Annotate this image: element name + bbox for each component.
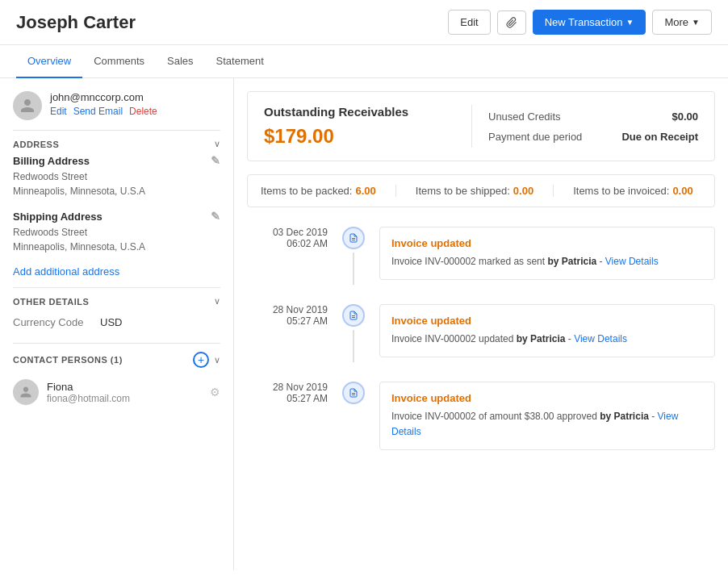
billing-address-block: Billing Address ✎ Redwoods Street Minnea… <box>13 154 220 198</box>
timeline-connector-1 <box>353 253 354 285</box>
timeline-time-1: 06:02 AM <box>247 238 328 249</box>
page-title: Joseph Carter <box>16 12 448 33</box>
timeline-line-2 <box>341 304 366 362</box>
shipping-address-label: Shipping Address ✎ <box>13 210 220 223</box>
timeline-time-3: 05:27 AM <box>247 393 328 404</box>
unused-credits-value: $0.00 <box>672 111 698 123</box>
profile-row: john@mnccorp.com Edit Send Email Delete <box>13 91 220 120</box>
timeline-card-title-1: Invoice updated <box>391 237 703 249</box>
timeline-card-text-3: Invoice INV-000002 of amount $38.00 appr… <box>391 409 703 440</box>
receivables-right: Unused Credits $0.00 Payment due period … <box>488 105 698 148</box>
items-divider-2 <box>553 185 554 197</box>
receivables-title: Outstanding Receivables <box>264 105 455 119</box>
paperclip-icon <box>506 17 517 28</box>
view-details-link-2[interactable]: View Details <box>574 333 627 344</box>
invoice-icon-3 <box>349 388 358 398</box>
content-area: Outstanding Receivables $179.00 Unused C… <box>234 78 728 570</box>
timeline-card-1: Invoice updated Invoice INV-000002 marke… <box>379 227 715 280</box>
timeline-time-2: 05:27 AM <box>247 315 328 327</box>
timeline-date-3: 28 Nov 2019 <box>247 382 328 393</box>
tab-sales[interactable]: Sales <box>156 45 205 78</box>
timeline-line-1 <box>341 227 366 285</box>
edit-button[interactable]: Edit <box>448 10 490 35</box>
contact-persons-actions: + ∨ <box>193 352 220 368</box>
timeline-card-2: Invoice updated Invoice INV-000002 updat… <box>379 304 715 357</box>
sidebar: john@mnccorp.com Edit Send Email Delete … <box>0 78 234 570</box>
receivables-card: Outstanding Receivables $179.00 Unused C… <box>247 91 715 161</box>
billing-address-label: Billing Address ✎ <box>13 154 220 167</box>
timeline-card-text-1: Invoice INV-000002 marked as sent by Pat… <box>391 254 703 269</box>
timeline-dot-2 <box>342 304 365 327</box>
tab-statement[interactable]: Statement <box>205 45 275 78</box>
timeline: 03 Dec 2019 06:02 AM Invoice updated Inv… <box>234 220 728 476</box>
shipping-address-city: Minneapolis, Minnesota, U.S.A <box>13 240 220 254</box>
items-to-pack-value: 6.00 <box>355 185 375 197</box>
invoice-icon <box>349 233 358 243</box>
shipping-edit-icon[interactable]: ✎ <box>211 210 220 223</box>
items-to-invoice-group: Items to be invoiced: 0.00 <box>573 185 693 197</box>
timeline-line-3 <box>341 382 366 404</box>
timeline-item: 03 Dec 2019 06:02 AM Invoice updated Inv… <box>247 227 715 285</box>
add-contact-button[interactable]: + <box>193 352 209 368</box>
header: Joseph Carter Edit New Transaction ▼ Mor… <box>0 0 728 45</box>
timeline-left-3: 28 Nov 2019 05:27 AM <box>247 382 328 404</box>
profile-links: Edit Send Email Delete <box>50 106 157 117</box>
currency-value: USD <box>100 316 122 328</box>
receivables-amount: $179.00 <box>264 125 455 148</box>
chevron-down-icon: ▼ <box>626 18 634 27</box>
chevron-down-icon: ▼ <box>692 18 700 27</box>
billing-edit-icon[interactable]: ✎ <box>211 154 220 167</box>
shipping-address-block: Shipping Address ✎ Redwoods Street Minne… <box>13 210 220 254</box>
profile-email: john@mnccorp.com <box>50 91 157 103</box>
other-details-title: OTHER DETAILS <box>13 297 89 307</box>
items-to-ship-value: 0.00 <box>513 185 533 197</box>
header-actions: Edit New Transaction ▼ More ▼ <box>448 10 712 35</box>
add-address-link[interactable]: Add additional address <box>13 265 220 278</box>
timeline-item: 28 Nov 2019 05:27 AM Invoice updated Inv… <box>247 382 715 450</box>
items-to-pack-group: Items to be packed: 6.00 <box>261 185 376 197</box>
timeline-dot-1 <box>342 227 365 249</box>
view-details-link-1[interactable]: View Details <box>605 256 659 267</box>
timeline-item: 28 Nov 2019 05:27 AM Invoice updated Inv… <box>247 304 715 362</box>
timeline-left-2: 28 Nov 2019 05:27 AM <box>247 304 328 327</box>
contact-user-icon <box>19 386 32 399</box>
unused-credits-row: Unused Credits $0.00 <box>488 111 698 123</box>
timeline-card-text-2: Invoice INV-000002 updated by Patricia -… <box>391 332 703 347</box>
tab-comments[interactable]: Comments <box>82 45 156 78</box>
contact-email: fiona@hotmail.com <box>47 393 202 404</box>
receivables-divider <box>471 105 472 148</box>
profile-edit-link[interactable]: Edit <box>50 106 67 117</box>
tab-overview[interactable]: Overview <box>16 45 82 78</box>
timeline-left-1: 03 Dec 2019 06:02 AM <box>247 227 328 249</box>
more-button[interactable]: More ▼ <box>652 10 712 35</box>
contact-persons-chevron-icon: ∨ <box>214 355 220 365</box>
contact-gear-icon[interactable]: ⚙ <box>210 386 220 399</box>
contact-info: Fiona fiona@hotmail.com <box>47 381 202 404</box>
timeline-card-3: Invoice updated Invoice INV-000002 of am… <box>379 382 715 450</box>
billing-address-city: Minneapolis, Minnesota, U.S.A <box>13 184 220 198</box>
items-divider-1 <box>395 185 396 197</box>
items-to-ship-label: Items to be shipped: <box>416 185 510 197</box>
items-bar: Items to be packed: 6.00 Items to be shi… <box>247 174 715 207</box>
receivables-left: Outstanding Receivables $179.00 <box>264 105 455 148</box>
contact-persons-title: CONTACT PERSONS (1) <box>13 355 123 365</box>
billing-address-street: Redwoods Street <box>13 169 220 184</box>
profile-send-email-link[interactable]: Send Email <box>73 106 123 117</box>
contact-persons-section-header: CONTACT PERSONS (1) + ∨ <box>13 343 220 373</box>
attachment-button[interactable] <box>497 10 526 35</box>
avatar <box>13 91 42 120</box>
payment-due-period-value: Due on Receipt <box>621 131 698 143</box>
timeline-date-2: 28 Nov 2019 <box>247 304 328 315</box>
profile-info: john@mnccorp.com Edit Send Email Delete <box>50 91 157 117</box>
address-chevron-icon: ∨ <box>214 139 220 149</box>
items-to-ship-group: Items to be shipped: 0.00 <box>416 185 533 197</box>
currency-row: Currency Code USD <box>13 311 220 333</box>
items-to-invoice-label: Items to be invoiced: <box>573 185 669 197</box>
other-details-section-header[interactable]: OTHER DETAILS ∨ <box>13 287 220 311</box>
other-details-chevron-icon: ∨ <box>214 296 220 307</box>
new-transaction-button[interactable]: New Transaction ▼ <box>533 10 646 35</box>
items-to-pack-label: Items to be packed: <box>261 185 352 197</box>
profile-delete-link[interactable]: Delete <box>129 106 157 117</box>
address-section-header[interactable]: ADDRESS ∨ <box>13 130 220 154</box>
invoice-icon-2 <box>349 311 358 320</box>
